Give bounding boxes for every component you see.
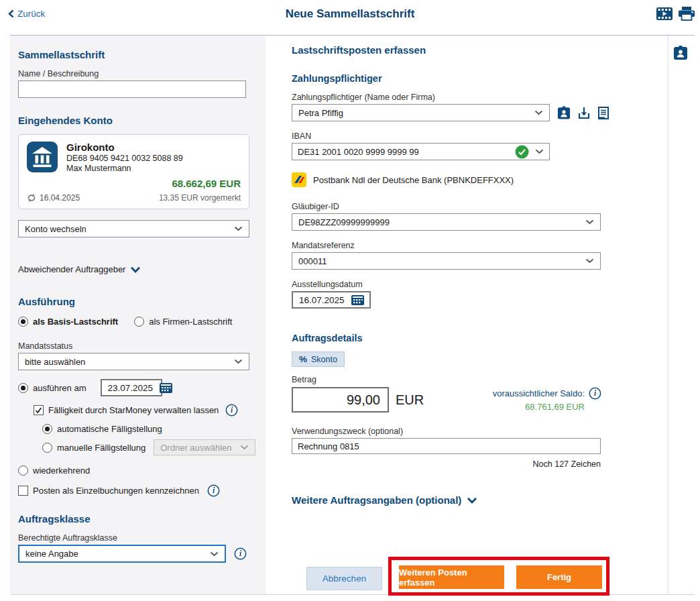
voucher-list-icon[interactable]	[597, 106, 609, 120]
radio-firmen-label: als Firmen-Lastschrift	[149, 317, 232, 327]
manual-due-label: manuelle Fälligstellung	[57, 443, 145, 453]
iban-label: IBAN	[292, 131, 668, 141]
chevron-down-icon	[534, 110, 543, 115]
mark-single-label: Posten als Einzelbuchungen kennzeichnen	[33, 486, 199, 496]
mandate-status-select[interactable]: bitte auswählen	[18, 353, 249, 370]
finish-button[interactable]: Fertig	[516, 565, 602, 589]
purpose-input[interactable]	[292, 438, 601, 454]
issue-date-value: 16.07.2025	[299, 295, 345, 305]
more-details-toggle[interactable]: Weitere Auftragsangaben (optional)	[292, 494, 668, 506]
refresh-icon	[27, 193, 36, 203]
execution-title: Ausführung	[18, 296, 257, 307]
contact-book-icon[interactable]	[673, 46, 688, 63]
chevron-down-icon	[535, 149, 544, 154]
creditor-id-select[interactable]: DE98ZZZ09999999999	[292, 213, 601, 231]
purpose-label: Verwendungszweck (optional)	[292, 427, 668, 436]
info-icon[interactable]: i	[234, 547, 247, 560]
account-type: Girokonto	[66, 142, 183, 153]
execute-date-input[interactable]: 23.07.2025	[101, 379, 162, 396]
recurring-label: wiederkehrend	[33, 466, 90, 476]
issue-date-input[interactable]: 16.07.2025	[292, 291, 371, 309]
radio-auto-due[interactable]: automatische Fälligstellung	[42, 424, 257, 434]
print-icon[interactable]	[679, 7, 695, 21]
chevron-down-icon	[130, 266, 141, 273]
lastschriftsposten-form: Lastschriftsposten erfassen Zahlungspfli…	[292, 36, 668, 506]
creditor-id-label: Gläubiger-ID	[292, 202, 668, 211]
folder-select-value: Ordner auswählen	[160, 443, 231, 453]
new-sammellastschrift-page: Zurück Neue Sammellastschrift	[0, 0, 700, 601]
payer-title: Zahlungspflichtiger	[292, 73, 668, 84]
radio-icon	[42, 443, 52, 453]
more-details-label: Weitere Auftragsangaben (optional)	[292, 494, 461, 506]
mandate-status-value: bitte auswählen	[25, 357, 85, 367]
payer-name-select[interactable]: Petra Pfiffig	[292, 104, 550, 121]
chevron-down-icon	[210, 551, 219, 557]
chevron-down-icon	[585, 258, 594, 264]
order-class-label: Berechtigte Auftragsklasse	[18, 533, 257, 543]
bank-name: Postbank Ndl der Deutsche Bank (PBNKDEFF…	[313, 175, 514, 185]
radio-basis-lastschrift[interactable]: als Basis-Lastschrift	[18, 317, 118, 327]
video-tutorial-icon[interactable]	[656, 7, 673, 20]
info-icon[interactable]: i	[225, 404, 238, 417]
account-iban: DE68 9405 9421 0032 5088 89	[66, 154, 183, 163]
sammellastschrift-sidebar: Sammellastschrift Name / Beschreibung Ei…	[10, 36, 266, 594]
saldo-label: voraussichtlicher Saldo:	[493, 388, 585, 398]
order-class-title: Auftragsklasse	[18, 513, 257, 525]
right-rail-divider	[668, 36, 668, 594]
radio-icon	[18, 317, 28, 327]
incoming-account-title: Eingehendes Konto	[18, 115, 257, 126]
account-reserved: 13,35 EUR vorgemerkt	[159, 193, 241, 203]
mandate-ref-label: Mandatsreferenz	[292, 241, 668, 250]
add-item-button[interactable]: Weiteren Posten erfassen	[399, 565, 504, 589]
sidebar-title: Sammellastschrift	[18, 49, 257, 60]
radio-manual-due[interactable]: manuelle Fälligstellung	[42, 443, 145, 453]
calendar-icon	[160, 383, 172, 393]
info-icon[interactable]: i	[207, 484, 220, 497]
saldo-value: 68.761,69 EUR	[493, 402, 601, 412]
projected-balance: voraussichtlicher Saldo: i 68.761,69 EUR	[493, 387, 601, 412]
account-balance: 68.662,69 EUR	[27, 178, 241, 189]
radio-execute-on[interactable]: ausführen am	[18, 383, 86, 393]
radio-firmen-lastschrift[interactable]: als Firmen-Lastschrift	[134, 317, 232, 327]
checkbox-due-managed[interactable]: Fälligkeit durch StarMoney verwalten las…	[34, 404, 257, 417]
cancel-button[interactable]: Abbrechen	[306, 567, 382, 590]
postbank-logo-icon	[292, 172, 306, 187]
different-principal-toggle[interactable]: Abweichender Auftraggeber	[18, 264, 257, 274]
order-class-value: keine Angabe	[25, 549, 78, 559]
checkbox-icon	[18, 486, 28, 496]
add-item-label: Weiteren Posten erfassen	[399, 567, 504, 588]
mandate-ref-select[interactable]: 000011	[292, 252, 601, 270]
folder-select[interactable]: Ordner auswählen	[154, 439, 255, 455]
skonto-button[interactable]: % Skonto	[292, 351, 345, 367]
bank-building-icon	[27, 142, 58, 172]
creditor-id-value: DE98ZZZ09999999999	[298, 217, 390, 227]
skonto-label: Skonto	[311, 355, 337, 364]
radio-icon	[42, 424, 52, 434]
name-input[interactable]	[18, 80, 246, 98]
execute-on-label: ausführen am	[33, 383, 86, 393]
chevron-down-icon	[240, 445, 249, 450]
checkbox-mark-single[interactable]: Posten als Einzelbuchungen kennzeichnen …	[18, 484, 257, 497]
chars-remaining: Noch 127 Zeichen	[292, 459, 601, 469]
name-label: Name / Beschreibung	[18, 69, 257, 78]
import-download-icon[interactable]	[577, 106, 591, 120]
account-owner: Max Mustermann	[66, 164, 183, 173]
contact-book-icon[interactable]	[557, 106, 571, 120]
switch-account-value: Konto wechseln	[25, 224, 86, 234]
account-card[interactable]: Girokonto DE68 9405 9421 0032 5088 89 Ma…	[18, 134, 249, 209]
payer-name-value: Petra Pfiffig	[298, 108, 343, 118]
payer-name-label: Zahlungspflichtiger (Name oder Firma)	[292, 93, 668, 102]
header: Zurück Neue Sammellastschrift	[0, 0, 700, 35]
switch-account-select[interactable]: Konto wechseln	[18, 220, 249, 237]
radio-recurring[interactable]: wiederkehrend	[18, 466, 257, 476]
radio-icon	[134, 317, 144, 327]
iban-input[interactable]: DE31 2001 0020 9999 9999 99	[292, 143, 550, 160]
info-icon[interactable]: i	[589, 387, 601, 400]
amount-label: Betrag	[292, 375, 668, 384]
page-title: Neue Sammellastschrift	[0, 7, 700, 21]
mandate-status-label: Mandatsstatus	[18, 341, 257, 351]
chevron-down-icon	[234, 359, 243, 364]
amount-input[interactable]	[292, 387, 389, 413]
order-class-select[interactable]: keine Angabe	[18, 545, 226, 563]
main-title: Lastschriftsposten erfassen	[292, 44, 668, 56]
